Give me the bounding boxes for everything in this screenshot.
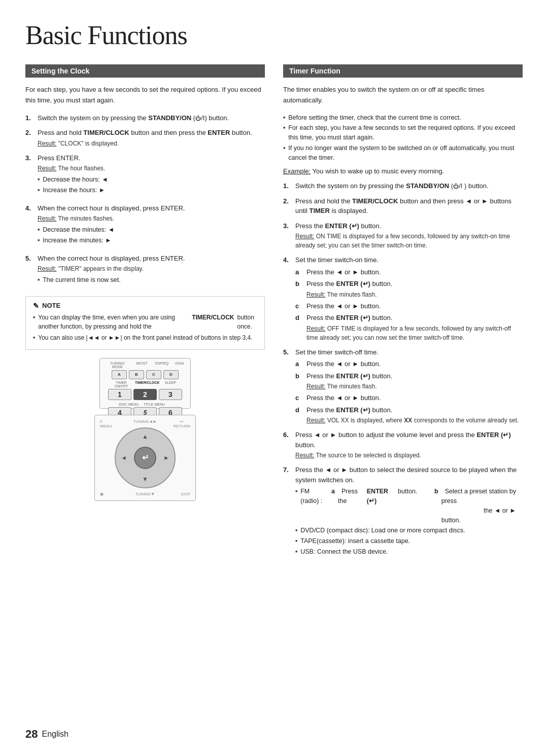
step-content-1: Switch the system on by pressing the STA…: [38, 113, 265, 123]
right-column: Timer Function The timer enables you to …: [283, 64, 523, 565]
r-substep-5d-result: Result: VOL XX is displayed, where XX co…: [306, 416, 519, 425]
sub-text-5b: Press the ENTER (↵) button. Result: The …: [306, 371, 392, 391]
bullet-item: The current time is now set.: [38, 275, 265, 285]
bullet-item: If you no longer want the system to be s…: [283, 143, 523, 163]
sub-text-5d: Press the ENTER (↵) button. Result: VOL …: [306, 405, 519, 425]
dpad-up[interactable]: ▲: [139, 430, 151, 443]
remote-btn-b[interactable]: B: [129, 370, 144, 379]
footer-english: English: [42, 730, 68, 739]
example-text: Example: You wish to wake up to music ev…: [283, 167, 523, 175]
sub-label-5c: c: [295, 393, 302, 403]
step-1: 1. Switch the system on by pressing the …: [25, 113, 265, 123]
right-intro-bullets: Before setting the timer, check that the…: [283, 113, 523, 163]
sub-label-5d: d: [295, 405, 302, 425]
step-2: 2. Press and hold TIMER/CLOCK button and…: [25, 128, 265, 148]
remote-btn-c[interactable]: C: [146, 370, 161, 379]
enter-icon: ↵: [142, 453, 149, 462]
remote-label-giga: GIGA: [173, 362, 186, 369]
sub-label-5b: b: [295, 371, 302, 391]
right-steps: 1. Switch the system on by pressing the …: [283, 181, 523, 559]
note-title: ✎ NOTE: [33, 302, 257, 310]
step-content-2: Press and hold TIMER/CLOCK button and th…: [38, 128, 265, 148]
label-disc-menu: DISC MENU: [117, 403, 141, 406]
step-3: 3. Press ENTER. Result: The hour flashes…: [25, 153, 265, 198]
sub-label-4c: c: [295, 301, 302, 311]
remote-row-123: 1 2 3: [104, 389, 186, 400]
bullet-item: FM (radio) : a Press the ENTER (↵) butto…: [295, 487, 523, 525]
r-step-num-3: 3.: [283, 221, 291, 250]
note-item: You can display the time, even when you …: [33, 313, 257, 331]
r-step-3-result: Result: ON TIME is displayed for a few s…: [295, 232, 523, 250]
note-icon: ✎: [33, 302, 39, 310]
remote-corner-tuning-down: TUNING▼: [135, 492, 155, 496]
example-label: Example:: [283, 167, 311, 175]
remote-btn-2[interactable]: 2: [133, 389, 157, 400]
sub-label-4a: a: [295, 267, 302, 277]
dpad-right[interactable]: ►: [160, 452, 173, 464]
bullet-item: Increase the minutes: ►: [38, 236, 265, 245]
right-section-header: Timer Function: [283, 64, 523, 78]
r-step-3: 3. Press the ENTER (↵) button. Result: O…: [283, 221, 523, 250]
r-step-2: 2. Press and hold the TIMER/CLOCK button…: [283, 196, 523, 216]
sub-label-4d: d: [295, 313, 302, 342]
dpad-down[interactable]: ▼: [139, 473, 151, 485]
step-4-bullets: Decrease the minutes: ◄ Increase the min…: [38, 225, 265, 245]
remote-btn-1[interactable]: 1: [108, 389, 131, 400]
left-section-header: Setting the Clock: [25, 64, 265, 78]
bullet-item: TAPE(cassette): insert a cassette tape.: [295, 536, 523, 546]
note-box: ✎ NOTE You can display the time, even wh…: [25, 296, 265, 350]
step-4-result: Result: The minutes flashes.: [38, 214, 265, 223]
dpad-control: ▲ ▼ ◄ ► ↵: [112, 425, 178, 491]
remote-row-labels3: DISC MENU TITLE MENU: [104, 403, 186, 406]
r-substep-5b-result: Result: The minutes flash.: [306, 382, 392, 391]
label-title-menu: TITLE MENU: [143, 403, 166, 406]
remote-btn-3[interactable]: 3: [159, 389, 182, 400]
r-step-7: 7. Press the ◄ or ► button to select the…: [283, 465, 523, 559]
r-substep-4d: d Press the ENTER (↵) button. Result: OF…: [295, 313, 523, 342]
main-content: Setting the Clock For each step, you hav…: [25, 64, 523, 565]
r-step-7-bullets: FM (radio) : a Press the ENTER (↵) butto…: [295, 487, 523, 556]
step-5-bullets: The current time is now set.: [38, 275, 265, 285]
left-intro: For each step, you have a few seconds to…: [25, 85, 265, 106]
remote-btn-a[interactable]: A: [112, 370, 127, 379]
remote-corner-dolby: ◉: [100, 492, 104, 496]
left-column: Setting the Clock For each step, you hav…: [25, 64, 265, 501]
dpad-left[interactable]: ◄: [118, 452, 130, 464]
label-timer-on: TIMER ON/OFF: [110, 381, 133, 388]
r-substep-4c: c Press the ◄ or ► button.: [295, 301, 523, 311]
r-substep-5a: a Press the ◄ or ► button.: [295, 359, 523, 369]
r-step-1: 1. Switch the system on by pressing the …: [283, 181, 523, 191]
sub-label-5a: a: [295, 359, 302, 369]
remote-row-labels: TUNING/MODE MO/ST DSP/EQ GIGA: [104, 362, 186, 369]
r-substep-5d: d Press the ENTER (↵) button. Result: VO…: [295, 405, 523, 425]
dpad-enter[interactable]: ↵: [134, 447, 156, 469]
r-step-5: 5. Set the timer switch-off time. a Pres…: [283, 347, 523, 425]
r-step-num-7: 7.: [283, 465, 291, 559]
bullet-item: Decrease the hours: ◄: [38, 175, 265, 185]
r-step-num-2: 2.: [283, 196, 291, 216]
dpad-ring: ▲ ▼ ◄ ► ↵: [115, 427, 176, 488]
r-step-content-5: Set the timer switch-off time. a Press t…: [295, 347, 523, 425]
step-5: 5. When the correct hour is displayed, p…: [25, 254, 265, 288]
r-step-6-result: Result: The source to be selected is dis…: [295, 451, 523, 460]
step-4: 4. When the correct hour is displayed, p…: [25, 203, 265, 248]
remote-btn-d[interactable]: D: [163, 370, 179, 379]
note-item: You can also use |◄◄ or ►►| on the front…: [33, 333, 257, 342]
page-footer: 28 English: [25, 728, 68, 741]
footer-number: 28: [25, 728, 38, 741]
r-substep-4a: a Press the ◄ or ► button.: [295, 267, 523, 277]
sub-text-4c: Press the ◄ or ► button.: [306, 301, 381, 311]
step-num-4: 4.: [25, 203, 33, 248]
remote-dpad: ≡MENU TUNING◄► ↩RETURN ▲ ▼ ◄ ► ↵ ◉ TUNIN: [94, 415, 196, 501]
r-substep-5c: c Press the ◄ or ► button.: [295, 393, 523, 403]
step-3-bullets: Decrease the hours: ◄ Increase the hours…: [38, 175, 265, 195]
left-steps: 1. Switch the system on by pressing the …: [25, 113, 265, 288]
step-num-1: 1.: [25, 113, 33, 123]
bullet-item: Increase the hours: ►: [38, 186, 265, 195]
remote-label-mode: MO/ST: [133, 362, 151, 369]
r-step-content-3: Press the ENTER (↵) button. Result: ON T…: [295, 221, 523, 250]
sub-text-4a: Press the ◄ or ► button.: [306, 267, 381, 277]
sub-text-4d: Press the ENTER (↵) button. Result: OFF …: [306, 313, 523, 342]
sub-text-5c: Press the ◄ or ► button.: [306, 393, 381, 403]
sub-text-5a: Press the ◄ or ► button.: [306, 359, 381, 369]
